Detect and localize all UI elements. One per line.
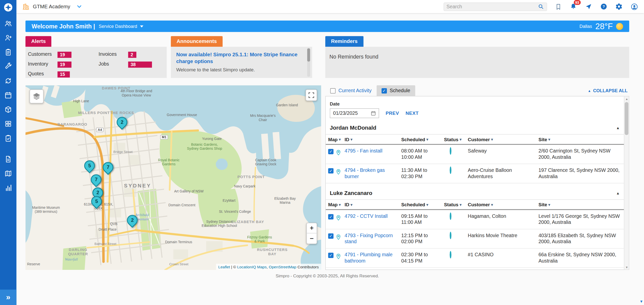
sidebar-item-reports[interactable] (4, 155, 13, 164)
osm-link[interactable]: OpenStreetMap (269, 265, 297, 269)
collapse-all-button[interactable]: COLLAPSE ALL (588, 85, 629, 96)
scroll-thumb[interactable] (625, 102, 628, 135)
col-map[interactable]: Map (326, 200, 343, 209)
alert-count-inventory[interactable]: 19 (58, 62, 72, 68)
job-id-link[interactable]: 4795 - Fan install (343, 145, 399, 164)
map-cluster-marker[interactable]: 2 (117, 117, 127, 127)
locationiq-link[interactable]: LocationIQ Maps (237, 265, 267, 269)
alert-count-invoices[interactable]: 2 (128, 52, 136, 58)
sidebar-expand-button[interactable] (0, 290, 16, 305)
sidebar-item-contacts[interactable] (4, 33, 13, 42)
row-checkbox[interactable] (328, 214, 333, 219)
account-icon[interactable] (630, 3, 638, 11)
sidebar-item-compliance[interactable] (4, 134, 13, 143)
map-layers-control[interactable] (30, 89, 44, 104)
calendar-icon[interactable] (368, 109, 379, 118)
job-id-link[interactable]: 4793 - Fixing Popcorn stand (343, 229, 399, 248)
alert-count-customers[interactable]: 19 (58, 52, 72, 58)
alert-label-inventory[interactable]: Inventory (28, 61, 58, 67)
bookmark-icon[interactable] (554, 3, 562, 11)
sidebar-item-inventory[interactable] (4, 105, 13, 114)
scroll-up-arrow[interactable] (624, 96, 629, 101)
alerts-tab[interactable]: Alerts (25, 36, 52, 47)
sidebar-item-service[interactable] (4, 62, 13, 71)
map-cluster-marker[interactable]: 7 (103, 162, 113, 173)
zoom-out-button[interactable]: − (307, 233, 317, 244)
date-input[interactable] (330, 110, 368, 116)
prev-button[interactable]: PREV (386, 111, 399, 116)
sidebar-item-tasks[interactable] (4, 47, 13, 57)
row-checkbox[interactable] (328, 253, 333, 258)
map-pin-icon[interactable] (336, 233, 341, 241)
tab-schedule[interactable]: Schedule (377, 85, 415, 96)
zoom-in-button[interactable]: + (307, 223, 317, 233)
col-customer[interactable]: Customer (466, 200, 537, 209)
send-icon[interactable] (584, 3, 593, 11)
col-site[interactable]: Site (537, 135, 624, 144)
search-icon[interactable] (538, 3, 544, 10)
map-cluster-marker[interactable]: 2 (127, 215, 137, 226)
help-icon[interactable]: ? (600, 3, 608, 11)
app-logo-icon[interactable] (3, 3, 13, 12)
col-id[interactable]: ID (343, 135, 399, 144)
next-button[interactable]: NEXT (406, 111, 419, 116)
announcements-scrollbar[interactable] (307, 48, 310, 77)
alert-label-jobs[interactable]: Jobs (99, 61, 128, 67)
collapse-group-icon[interactable] (616, 191, 620, 195)
col-status[interactable]: Status (442, 135, 466, 144)
map-pin-icon[interactable] (336, 253, 341, 260)
scroll-down-arrow[interactable] (624, 265, 629, 270)
sidebar-item-recurring[interactable] (4, 76, 13, 85)
settings-gear-icon[interactable] (615, 3, 623, 11)
tab-current-activity[interactable]: Current Activity (325, 85, 377, 96)
job-id-link[interactable]: 4792 - CCTV Install (343, 210, 399, 229)
row-checkbox[interactable] (328, 233, 333, 239)
map-cluster-marker[interactable]: 7 (91, 174, 101, 185)
col-site[interactable]: Site (537, 200, 624, 209)
col-id[interactable]: ID (343, 200, 399, 209)
map-pin-icon[interactable] (336, 149, 341, 156)
alert-label-quotes[interactable]: Quotes (28, 71, 58, 77)
collapse-group-icon[interactable] (616, 126, 620, 130)
leaflet-link[interactable]: Leaflet (218, 265, 230, 269)
alert-count-jobs[interactable]: 38 (128, 62, 152, 68)
announcement-headline-link[interactable]: Now available! Simpro 25.1.1: More Strip… (176, 51, 300, 65)
map-cluster-marker[interactable]: 5 (91, 196, 102, 207)
map-label: Bridge Street (113, 150, 133, 154)
col-scheduled[interactable]: Scheduled (400, 200, 442, 209)
chevron-down-icon[interactable] (76, 3, 83, 10)
sidebar-item-schedule[interactable] (4, 91, 13, 100)
col-status[interactable]: Status (442, 200, 466, 209)
page-scrollbar-down-arrow[interactable] (639, 299, 643, 303)
schedule-checkbox[interactable] (381, 88, 387, 93)
row-checkbox[interactable] (328, 149, 333, 154)
alert-count-quotes[interactable]: 15 (58, 71, 70, 77)
sidebar-item-customers[interactable] (4, 19, 13, 28)
job-id-link[interactable]: 4791 - Plumbing male bathroom (343, 248, 399, 267)
map-fullscreen-control[interactable] (306, 89, 317, 101)
search-input[interactable] (447, 4, 538, 10)
dashboard-selector[interactable]: Service Dashboard (99, 24, 143, 29)
date-input-group (330, 108, 379, 118)
row-checkbox[interactable] (328, 168, 333, 173)
reminders-tab[interactable]: Reminders (325, 36, 363, 47)
current-activity-checkbox[interactable] (330, 88, 336, 93)
alert-label-customers[interactable]: Customers (28, 51, 58, 57)
sidebar-item-assets[interactable] (4, 119, 13, 128)
col-customer[interactable]: Customer (466, 135, 537, 144)
map-pin-icon[interactable] (336, 214, 341, 221)
sidebar-item-analytics[interactable] (4, 183, 13, 192)
map-pin-icon[interactable] (336, 168, 341, 175)
announcements-tab[interactable]: Announcements (171, 36, 223, 47)
announcements-scroll-thumb[interactable] (307, 48, 310, 62)
company-switcher[interactable]: GTME Academy (22, 3, 70, 10)
map-cluster-marker[interactable]: 5 (84, 160, 95, 171)
notifications-bell-icon[interactable]: 93 (569, 3, 578, 11)
sidebar-item-maps[interactable] (4, 169, 13, 178)
schedule-scrollbar[interactable] (624, 96, 629, 270)
job-id-link[interactable]: 4794 - Broken gas burner (343, 164, 399, 183)
col-map[interactable]: Map (326, 135, 343, 144)
col-scheduled[interactable]: Scheduled (400, 135, 442, 144)
alert-label-invoices[interactable]: Invoices (99, 51, 128, 57)
map[interactable]: DAWES POINT 4th Floor Bridge and Opera H… (25, 85, 321, 270)
